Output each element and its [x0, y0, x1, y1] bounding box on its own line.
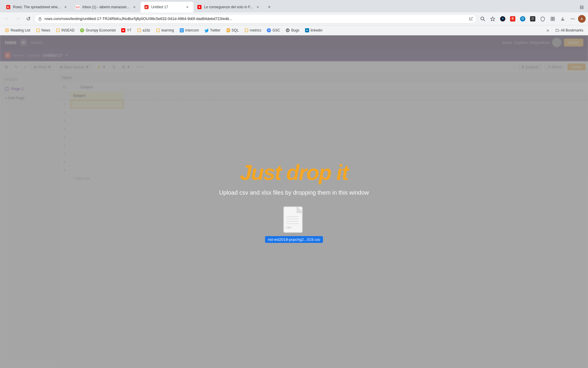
bookmark-label-insead: INSEAD: [61, 28, 75, 32]
bookmark-label-linkedin: linkedin: [311, 28, 323, 32]
bookmark-favicon-linkedin: in: [305, 28, 309, 33]
svg-rect-23: [56, 29, 59, 32]
bookmark-label-reading-list: Reading List: [11, 28, 30, 32]
bookmarks-overflow: » All Bookmarks: [544, 26, 586, 34]
profile-avatar[interactable]: A: [578, 15, 586, 23]
svg-rect-22: [36, 29, 39, 32]
svg-text:csv: csv: [286, 226, 291, 229]
bookmark-twitter[interactable]: Twitter: [202, 26, 223, 34]
bookmark-favicon-yt: [121, 28, 126, 33]
svg-point-7: [39, 18, 41, 21]
tab-untitled[interactable]: R Untitled 17 ×: [141, 2, 194, 12]
bookmark-insead[interactable]: INSEAD: [53, 26, 77, 34]
bookmarks-overflow-button[interactable]: »: [544, 26, 552, 34]
bookmark-label-twitter: Twitter: [210, 28, 220, 32]
svg-rect-27: [156, 29, 159, 32]
svg-rect-12: [553, 17, 554, 19]
tab-youtube[interactable]: Le conseguenze del voto in F... ×: [194, 2, 264, 12]
ext-download-button[interactable]: [558, 14, 567, 24]
bookmark-favicon-insead: [56, 28, 60, 33]
bookmark-intercom[interactable]: Intercom: [177, 26, 201, 34]
tab-favicon-rows: R: [6, 5, 11, 9]
ext-rows-button[interactable]: R: [508, 14, 517, 24]
tab-favicon-untitled: R: [144, 5, 149, 9]
drag-drop-title: Just drop it: [240, 160, 348, 185]
bookmark-grumpy[interactable]: G Grumpy Economist: [77, 26, 118, 34]
forward-button[interactable]: →: [13, 14, 22, 24]
bookmark-label-bugs: Bugs: [291, 28, 299, 32]
bookmark-news[interactable]: News: [33, 26, 53, 34]
bookmark-a16z[interactable]: a16z: [134, 26, 153, 34]
open-external-icon: [469, 17, 473, 21]
bookmark-learning[interactable]: learning: [153, 26, 176, 34]
new-tab-button[interactable]: +: [265, 3, 273, 11]
tab-bar: R Rows: The spreadsheet whe... × Inbox (…: [0, 0, 588, 12]
svg-point-17: [571, 18, 572, 19]
all-bookmarks-button[interactable]: All Bookmarks: [553, 26, 586, 34]
svg-text:R: R: [145, 6, 147, 9]
bookmark-sql[interactable]: SQL SQL: [224, 26, 241, 34]
address-bar[interactable]: rows.com/rows/testing/untitled-17-TRJ4Rb…: [34, 14, 477, 24]
csv-file-icon: csv: [282, 205, 306, 234]
tab-search-button[interactable]: ⊟: [577, 3, 586, 11]
tab-close-gmail[interactable]: ×: [132, 4, 137, 10]
bookmark-reading-list[interactable]: Reading List: [2, 26, 33, 34]
ext-puzzle-button[interactable]: [548, 14, 557, 24]
bookmark-label-learning: learning: [161, 28, 174, 32]
tab-favicon-youtube: [197, 5, 202, 9]
bookmarks-folder-icon: [555, 28, 559, 32]
bookmark-linkedin[interactable]: in linkedin: [302, 26, 325, 34]
bookmark-gsc[interactable]: G GSC: [264, 26, 282, 34]
bookmark-favicon-bugs: [285, 28, 290, 33]
bookmark-favicon-twitter: [204, 28, 209, 33]
bookmark-label-gsc: GSC: [272, 28, 280, 32]
drag-file-label: nst-est2019-popchg2...019.csv: [265, 236, 323, 243]
bookmark-label-grumpy: Grumpy Economist: [86, 28, 116, 32]
svg-rect-14: [553, 19, 554, 21]
bookmark-favicon-news: [36, 28, 40, 33]
svg-line-9: [483, 19, 485, 21]
search-button[interactable]: [478, 14, 487, 24]
tab-rows[interactable]: R Rows: The spreadsheet whe... ×: [2, 2, 72, 12]
bookmark-favicon-sql: SQL: [226, 28, 231, 33]
tab-close-youtube[interactable]: ×: [255, 4, 260, 10]
bookmark-favicon-grumpy: G: [80, 28, 84, 33]
svg-rect-11: [551, 17, 552, 19]
reload-button[interactable]: ↺: [24, 14, 33, 24]
bookmark-star-button[interactable]: [488, 14, 497, 24]
svg-text:R: R: [7, 6, 9, 9]
back-button[interactable]: ←: [2, 14, 12, 24]
bookmark-label-metrics: metrics: [250, 28, 261, 32]
tab-favicon-gmail: [75, 5, 80, 9]
tab-actions: ⊟: [577, 3, 586, 11]
bookmark-favicon-reading-list: [5, 28, 9, 33]
ext-perplexity-button[interactable]: ✦: [498, 14, 507, 24]
bookmark-favicon-gsc: G: [266, 28, 271, 33]
svg-rect-13: [551, 19, 552, 21]
svg-marker-10: [491, 17, 495, 21]
ext-shield-button[interactable]: [538, 14, 547, 24]
all-bookmarks-label: All Bookmarks: [561, 28, 583, 32]
navigation-toolbar: ← → ↺ rows.com/rows/testing/untitled-17-…: [0, 12, 588, 25]
browser-window: R Rows: The spreadsheet whe... × Inbox (…: [0, 0, 588, 368]
tab-title-youtube: Le conseguenze del voto in F...: [204, 5, 253, 9]
tab-title-untitled: Untitled 17: [151, 5, 182, 9]
tab-gmail[interactable]: Inbox (1) - alberto.manasser... ×: [72, 2, 141, 12]
tab-close-rows[interactable]: ×: [63, 4, 68, 10]
svg-rect-26: [138, 29, 141, 32]
bookmark-label-sql: SQL: [232, 28, 239, 32]
bookmark-label-yt: YT: [127, 28, 131, 32]
bookmarks-bar: Reading List News INSEAD G Grumpy Econom…: [0, 25, 588, 35]
lock-icon: [38, 17, 42, 21]
svg-point-15: [572, 18, 573, 19]
bookmark-yt[interactable]: YT: [119, 26, 134, 34]
tab-close-untitled[interactable]: ×: [185, 4, 190, 10]
drag-drop-overlay: Just drop it Upload csv and xlsx files b…: [0, 35, 588, 368]
ext-dark-button[interactable]: D: [528, 14, 537, 24]
bookmark-bugs[interactable]: Bugs: [283, 26, 302, 34]
ext-more-button[interactable]: [568, 14, 577, 24]
profile-section: A: [578, 15, 586, 23]
bookmark-metrics[interactable]: metrics: [242, 26, 264, 34]
bookmark-label-news: News: [41, 28, 50, 32]
ext-okta-button[interactable]: O: [518, 14, 527, 24]
